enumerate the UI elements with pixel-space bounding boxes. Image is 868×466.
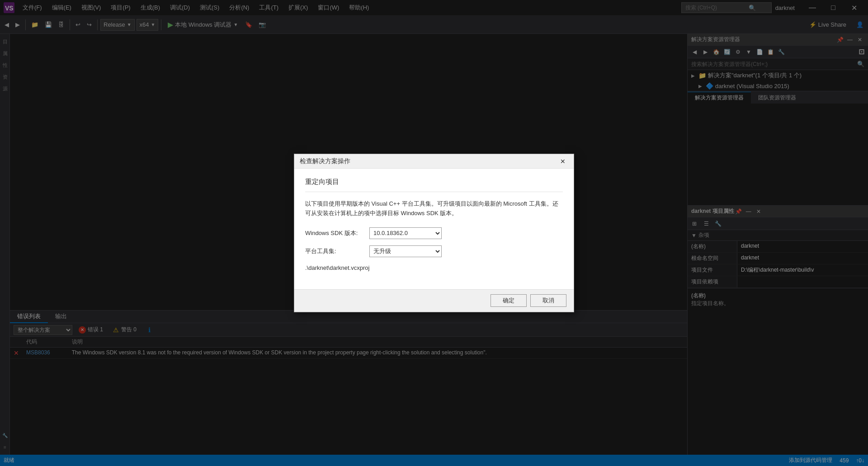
dialog-description: 以下项目使用早期版本的 Visual C++ 平台工具集。可升级项目以面向最新的… (305, 199, 563, 218)
dialog-sdk-field: Windows SDK 版本: 10.0.18362.0 (305, 227, 563, 239)
dialog-sdk-label: Windows SDK 版本: (305, 229, 364, 237)
dialog-cancel-button[interactable]: 取消 (530, 294, 566, 307)
dialog-footer: 确定 取消 (294, 289, 574, 312)
dialog-titlebar: 检查解决方案操作 ✕ (294, 154, 574, 169)
dialog-divider (305, 192, 563, 192)
dialog-retarget: 检查解决方案操作 ✕ 重定向项目 以下项目使用早期版本的 Visual C++ … (294, 154, 574, 312)
dialog-title: 检查解决方案操作 (300, 157, 350, 165)
dialog-sdk-select[interactable]: 10.0.18362.0 (369, 227, 442, 239)
modal-overlay: 检查解决方案操作 ✕ 重定向项目 以下项目使用早期版本的 Visual C++ … (0, 0, 868, 466)
dialog-platform-field: 平台工具集: 无升级 (305, 245, 563, 257)
dialog-platform-label: 平台工具集: (305, 247, 364, 255)
dialog-platform-select[interactable]: 无升级 (369, 245, 442, 257)
dialog-path: .\darknet\darknet.vcxproj (305, 264, 563, 271)
dialog-ok-button[interactable]: 确定 (491, 294, 527, 307)
dialog-close-button[interactable]: ✕ (557, 156, 568, 167)
dialog-body: 重定向项目 以下项目使用早期版本的 Visual C++ 平台工具集。可升级项目… (294, 169, 574, 289)
dialog-heading: 重定向项目 (305, 178, 563, 186)
